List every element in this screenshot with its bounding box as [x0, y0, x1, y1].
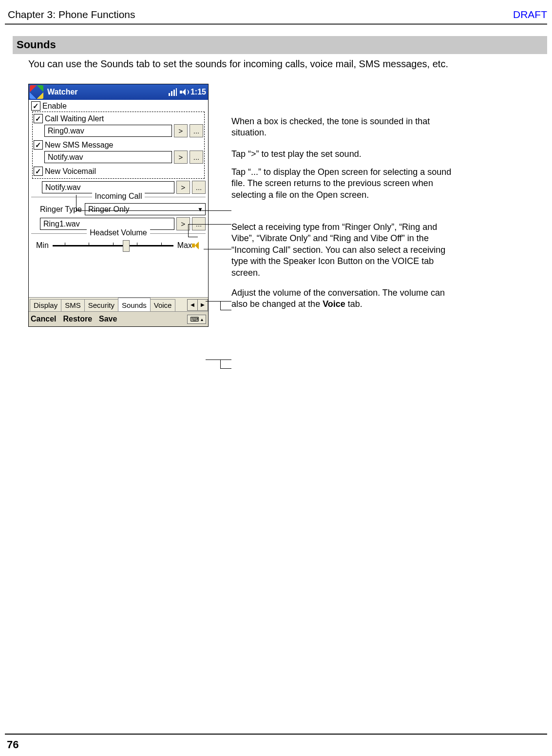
incoming-call-label: Incoming Call	[92, 192, 145, 200]
leader-line	[220, 301, 221, 310]
enable-checkbox[interactable]: ✓	[31, 101, 40, 111]
callout-ringer-type: Select a receiving type from “Ringer Onl…	[231, 222, 456, 279]
ringer-type-value: Ringer Only	[88, 205, 129, 214]
callout-browse: Tap “...” to display the Open screen for…	[231, 167, 456, 201]
sms-sound-field[interactable]: Notify.wav	[44, 151, 172, 163]
enable-label: Enable	[42, 102, 67, 111]
leader-line	[188, 224, 189, 237]
footer-rule	[5, 734, 547, 735]
callout-volume: Adjust the volume of the conversation. T…	[231, 287, 456, 310]
leader-line	[206, 301, 231, 302]
browse-button[interactable]: ...	[192, 181, 206, 194]
signal-icon	[169, 88, 177, 96]
menu-bar: Cancel Restore Save ⌨ ▴	[29, 311, 208, 326]
restore-button[interactable]: Restore	[63, 315, 92, 323]
titlebar: Watcher 1:15	[29, 84, 208, 100]
device-screenshot: Watcher 1:15 ✓ Enable ✓ Call Waiting Ale…	[28, 84, 209, 327]
call-waiting-checkbox[interactable]: ✓	[34, 114, 43, 123]
callout-checkbox: When a box is checked, the tone is sound…	[231, 116, 456, 139]
play-button[interactable]: >	[174, 124, 188, 137]
chevron-down-icon: ▼	[197, 206, 203, 213]
header-rule	[5, 23, 547, 25]
page-number: 76	[7, 738, 19, 751]
speaker-icon	[192, 241, 203, 250]
leader-line	[204, 249, 231, 249]
start-icon[interactable]	[30, 85, 43, 99]
save-button[interactable]: Save	[99, 315, 117, 323]
browse-button[interactable]: ...	[190, 151, 203, 164]
browse-button[interactable]: ...	[190, 124, 203, 137]
sms-label: New SMS Message	[45, 141, 203, 150]
leader-line	[220, 310, 231, 310]
clock-time[interactable]: 1:15	[190, 88, 206, 96]
chapter-title: Chapter 3: Phone Functions	[8, 9, 135, 20]
tab-security[interactable]: Security	[84, 299, 118, 312]
tab-scroll-left[interactable]: ◄	[187, 299, 198, 311]
call-waiting-label: Call Waiting Alert	[45, 114, 203, 123]
call-waiting-sound-value: Ring0.wav	[48, 127, 84, 135]
leader-line	[206, 359, 231, 360]
tab-voice[interactable]: Voice	[150, 299, 176, 312]
incoming-call-section: Incoming Call	[31, 197, 206, 206]
leader-line	[76, 195, 76, 210]
tab-sounds[interactable]: Sounds	[118, 298, 151, 312]
call-waiting-sound-field[interactable]: Ring0.wav	[44, 125, 172, 137]
ring-sound-value: Ring1.wav	[43, 220, 80, 228]
sms-sound-value: Notify.wav	[48, 153, 83, 162]
volume-icon[interactable]	[180, 88, 188, 96]
voicemail-label: New Voicemail	[45, 167, 203, 176]
draft-label: DRAFT	[513, 9, 547, 20]
cancel-button[interactable]: Cancel	[31, 315, 56, 323]
callout-play: Tap “>” to test play the set sound.	[231, 149, 362, 160]
intro-text: You can use the Sounds tab to set the so…	[28, 57, 542, 71]
callout-volume-bold: Voice	[323, 299, 345, 309]
slider-handle[interactable]	[123, 240, 130, 252]
leader-line	[188, 224, 231, 225]
tab-display[interactable]: Display	[30, 299, 61, 312]
play-button[interactable]: >	[176, 181, 190, 194]
voicemail-checkbox[interactable]: ✓	[34, 167, 43, 176]
sound-items-group: ✓ Call Waiting Alert Ring0.wav > ... ✓ N…	[32, 112, 205, 179]
voicemail-sound-value: Notify.wav	[45, 183, 81, 192]
play-button[interactable]: >	[174, 151, 188, 164]
leader-line	[220, 368, 231, 369]
leader-line	[188, 237, 198, 237]
volume-slider[interactable]	[53, 240, 173, 251]
sms-checkbox[interactable]: ✓	[34, 140, 43, 150]
leader-line	[220, 359, 221, 368]
headset-volume-label: Headset Volume	[87, 228, 150, 237]
callout-volume-text-2: tab.	[345, 299, 362, 309]
section-title: Sounds	[13, 36, 547, 54]
tab-bar: Display SMS Security Sounds Voice ◄ ►	[29, 297, 208, 312]
leader-line	[76, 210, 231, 211]
tab-sms[interactable]: SMS	[61, 299, 85, 312]
app-title: Watcher	[47, 88, 169, 96]
keyboard-button[interactable]: ⌨ ▴	[187, 315, 206, 324]
